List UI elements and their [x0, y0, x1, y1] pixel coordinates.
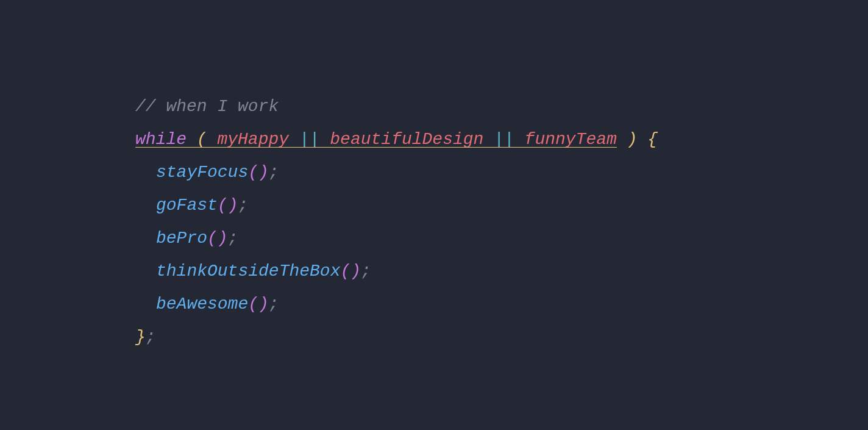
- brace-open: {: [647, 130, 658, 149]
- code-line-call-0: stayFocus();: [156, 156, 658, 189]
- semicolon: ;: [269, 295, 279, 314]
- function-name: stayFocus: [156, 163, 248, 182]
- semicolon: ;: [238, 196, 248, 215]
- highlight-underline: [135, 147, 617, 148]
- function-name: goFast: [156, 196, 218, 215]
- function-name: beAwesome: [156, 295, 248, 314]
- semicolon: ;: [228, 229, 238, 248]
- operator-or-2: ||: [494, 130, 514, 149]
- brace-close: }: [135, 328, 146, 346]
- call-paren-open: (: [207, 229, 218, 248]
- call-paren-close: ): [350, 262, 361, 281]
- call-paren-close: ): [228, 196, 238, 215]
- code-line-while: while ( myHappy || beautifulDesign || fu…: [135, 123, 658, 156]
- code-line-call-2: bePro();: [156, 222, 658, 255]
- call-paren-open: (: [218, 196, 228, 215]
- call-paren-close: ): [258, 295, 269, 314]
- code-line-close: };: [135, 321, 658, 354]
- call-paren-open: (: [340, 262, 350, 281]
- function-name: bePro: [156, 229, 207, 248]
- operator-or-1: ||: [299, 130, 320, 149]
- code-line-comment: // when I work: [135, 90, 658, 123]
- code-line-call-3: thinkOutsideTheBox();: [156, 255, 658, 288]
- identifier-beautifuldesign: beautifulDesign: [330, 130, 483, 149]
- code-line-call-4: beAwesome();: [156, 288, 658, 321]
- semicolon-end: ;: [146, 328, 156, 346]
- call-paren-open: (: [248, 295, 258, 314]
- paren-close: ): [627, 130, 638, 149]
- call-paren-close: ): [258, 163, 269, 182]
- semicolon: ;: [361, 262, 371, 281]
- paren-open: (: [197, 130, 207, 149]
- identifier-myhappy: myHappy: [217, 130, 289, 149]
- keyword-while: while: [135, 130, 187, 149]
- call-paren-open: (: [248, 163, 258, 182]
- semicolon: ;: [269, 163, 279, 182]
- comment-text: // when I work: [135, 97, 279, 116]
- identifier-funnyteam: funnyTeam: [525, 130, 617, 149]
- call-paren-close: ): [218, 229, 228, 248]
- code-line-call-1: goFast();: [156, 189, 658, 222]
- function-name: thinkOutsideTheBox: [156, 262, 340, 281]
- code-block: // when I work while ( myHappy || beauti…: [135, 90, 658, 354]
